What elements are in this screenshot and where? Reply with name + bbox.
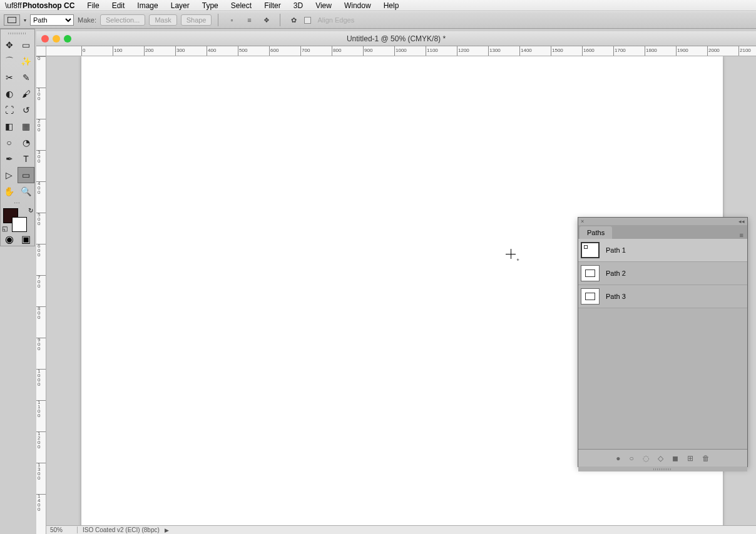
path-select-tool[interactable]: ▷: [1, 167, 18, 183]
eyedropper-tool[interactable]: ✎: [18, 69, 34, 86]
path-item[interactable]: Path 2: [578, 262, 747, 285]
zoom-level[interactable]: 50%: [46, 526, 78, 533]
path-name[interactable]: Path 1: [606, 246, 626, 254]
cursor-crosshair-icon: +: [506, 249, 517, 260]
spot-heal-tool[interactable]: ◐: [1, 86, 18, 102]
rectangle-tool[interactable]: ▭: [18, 167, 34, 183]
tool-mode-select[interactable]: Path: [30, 14, 74, 26]
panel-tab-bar: Paths ≡: [578, 225, 747, 239]
app-name[interactable]: Photoshop CC: [16, 1, 81, 10]
fill-path-icon[interactable]: ●: [616, 454, 620, 463]
menu-select[interactable]: Select: [225, 1, 258, 10]
status-bar: 50% ISO Coated v2 (ECI) (8bpc) ▶: [46, 525, 756, 534]
document-profile[interactable]: ISO Coated v2 (ECI) (8bpc): [78, 526, 165, 533]
document-title: Untitled-1 @ 50% (CMYK/8) *: [36, 34, 756, 43]
blur-tool[interactable]: ○: [1, 134, 18, 151]
menu-type[interactable]: Type: [196, 1, 225, 10]
apple-menu-icon[interactable]: \uf8ff: [5, 1, 16, 10]
options-bar: ▾ Path Make: Selection... Mask Shape ▫ ≡…: [0, 11, 756, 29]
hand-tool[interactable]: ✋: [1, 183, 18, 199]
path-item[interactable]: Path 1: [578, 239, 747, 262]
default-colors-icon[interactable]: ◱: [2, 225, 8, 232]
window-titlebar: Untitled-1 @ 50% (CMYK/8) *: [36, 31, 756, 46]
paths-panel-footer: ● ○ ◌ ◇ ◼ ⊞ 🗑: [578, 449, 747, 466]
ruler-origin[interactable]: [36, 46, 46, 56]
menu-3d[interactable]: 3D: [287, 1, 309, 10]
chevron-down-icon[interactable]: ▾: [24, 18, 26, 23]
lasso-tool[interactable]: ⌒: [1, 53, 18, 69]
menu-filter[interactable]: Filter: [258, 1, 287, 10]
tools-panel: ✥▭ ⌒✨ ✂✎ ◐🖌 ⛶↺ ◧▦ ○◔ ✒T ▷▭ ✋🔍 ⋯ ↻ ◱ ◉ ▣: [0, 29, 35, 246]
background-color[interactable]: [12, 217, 27, 232]
dodge-tool[interactable]: ◔: [18, 134, 34, 151]
separator: [218, 14, 218, 26]
shape-tool-preset[interactable]: [4, 14, 20, 26]
marquee-tool[interactable]: ▭: [18, 37, 34, 53]
menu-window[interactable]: Window: [338, 1, 377, 10]
panel-header[interactable]: × ◂◂: [578, 218, 747, 225]
paths-panel: × ◂◂ Paths ≡ Path 1 Path 2 Path 3 ● ○ ◌ …: [578, 217, 748, 467]
gradient-tool[interactable]: ▦: [18, 118, 34, 134]
system-menubar: \uf8ff Photoshop CC File Edit Image Laye…: [0, 0, 756, 11]
path-name[interactable]: Path 3: [606, 293, 626, 300]
zoom-tool[interactable]: 🔍: [18, 183, 34, 199]
type-tool[interactable]: T: [18, 151, 34, 167]
stroke-path-icon[interactable]: ○: [630, 454, 634, 463]
swap-colors-icon[interactable]: ↻: [28, 207, 33, 214]
path-to-selection-icon[interactable]: ◌: [643, 454, 649, 463]
align-edges-checkbox[interactable]: [304, 17, 311, 24]
new-path-icon[interactable]: ⊞: [687, 454, 693, 463]
magic-wand-tool[interactable]: ✨: [18, 53, 34, 69]
path-thumbnail[interactable]: [581, 265, 600, 281]
vertical-ruler[interactable]: 0100200300400500600700800900100011001200…: [36, 56, 46, 534]
toolbar-more[interactable]: ⋯: [1, 199, 34, 207]
make-shape-button[interactable]: Shape: [181, 14, 212, 26]
path-thumbnail[interactable]: [581, 242, 600, 258]
panel-resize-handle[interactable]: [578, 466, 747, 471]
paths-list: Path 1 Path 2 Path 3: [578, 239, 747, 449]
delete-path-icon[interactable]: 🗑: [702, 454, 710, 463]
menu-view[interactable]: View: [309, 1, 338, 10]
make-label: Make:: [78, 16, 96, 24]
close-icon[interactable]: ×: [581, 218, 584, 224]
horizontal-ruler[interactable]: 0100200300400500600700800900100011001200…: [46, 46, 756, 56]
collapse-icon[interactable]: ◂◂: [738, 218, 745, 224]
eraser-tool[interactable]: ◧: [1, 118, 18, 134]
menu-file[interactable]: File: [81, 1, 105, 10]
status-menu-icon[interactable]: ▶: [165, 527, 169, 533]
color-wells: ↻ ◱: [1, 207, 34, 232]
separator: [280, 14, 280, 26]
panel-menu-icon[interactable]: ≡: [740, 231, 743, 239]
path-item[interactable]: Path 3: [578, 285, 747, 308]
menu-layer[interactable]: Layer: [165, 1, 196, 10]
menu-help[interactable]: Help: [377, 1, 406, 10]
move-tool[interactable]: ✥: [1, 37, 18, 53]
path-alignment-icon[interactable]: ≡: [242, 14, 256, 26]
path-arrangement-icon[interactable]: ❖: [260, 14, 273, 26]
tab-paths[interactable]: Paths: [580, 226, 612, 239]
path-thumbnail[interactable]: [581, 288, 600, 305]
make-mask-button[interactable]: Mask: [149, 14, 176, 26]
clone-stamp-tool[interactable]: ⛶: [1, 102, 18, 118]
brush-tool[interactable]: 🖌: [18, 86, 34, 102]
panel-grabber[interactable]: [1, 29, 34, 37]
history-brush-tool[interactable]: ↺: [18, 102, 34, 118]
path-name[interactable]: Path 2: [606, 270, 626, 277]
make-selection-button[interactable]: Selection...: [100, 14, 145, 26]
align-edges-label: Align Edges: [317, 16, 354, 24]
screen-mode-icon[interactable]: ▣: [18, 232, 34, 246]
add-mask-icon[interactable]: ◼: [672, 454, 678, 463]
gear-icon[interactable]: ✿: [287, 14, 300, 26]
menu-image[interactable]: Image: [131, 1, 164, 10]
pen-tool[interactable]: ✒: [1, 151, 18, 167]
selection-to-path-icon[interactable]: ◇: [658, 454, 663, 463]
path-operations-icon[interactable]: ▫: [225, 14, 238, 26]
crop-tool[interactable]: ✂: [1, 69, 18, 86]
quick-mask-icon[interactable]: ◉: [1, 232, 18, 246]
menu-edit[interactable]: Edit: [106, 1, 131, 10]
